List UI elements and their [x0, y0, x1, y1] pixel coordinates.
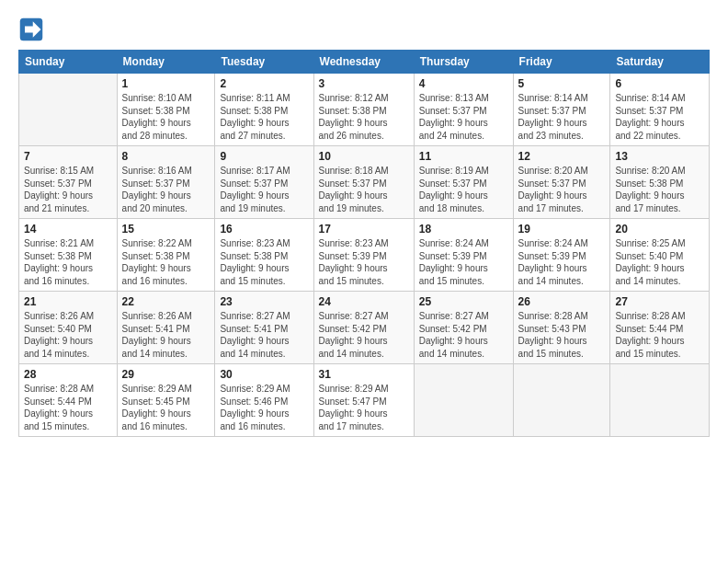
header-day-wednesday: Wednesday [313, 51, 414, 74]
week-row-0: 1 Sunrise: 8:10 AMSunset: 5:38 PMDayligh… [19, 74, 710, 146]
calendar-cell: 19 Sunrise: 8:24 AMSunset: 5:39 PMDaylig… [513, 219, 610, 292]
day-info: Sunrise: 8:12 AMSunset: 5:38 PMDaylight:… [319, 92, 409, 142]
day-number: 27 [615, 295, 704, 308]
day-number: 12 [518, 150, 606, 163]
calendar-cell: 8 Sunrise: 8:16 AMSunset: 5:37 PMDayligh… [117, 146, 215, 219]
week-row-2: 14 Sunrise: 8:21 AMSunset: 5:38 PMDaylig… [19, 219, 710, 292]
day-number: 22 [122, 295, 210, 308]
header [18, 17, 710, 42]
day-info: Sunrise: 8:14 AMSunset: 5:37 PMDaylight:… [518, 92, 606, 142]
calendar-cell: 16 Sunrise: 8:23 AMSunset: 5:38 PMDaylig… [215, 219, 313, 292]
day-info: Sunrise: 8:27 AMSunset: 5:41 PMDaylight:… [220, 310, 308, 360]
logo-icon [18, 17, 44, 42]
day-info: Sunrise: 8:20 AMSunset: 5:37 PMDaylight:… [518, 165, 606, 214]
calendar-cell: 24 Sunrise: 8:27 AMSunset: 5:42 PMDaylig… [313, 292, 414, 364]
day-number: 2 [220, 77, 308, 90]
calendar-cell: 31 Sunrise: 8:29 AMSunset: 5:47 PMDaylig… [313, 364, 414, 437]
day-info: Sunrise: 8:28 AMSunset: 5:44 PMDaylight:… [615, 310, 704, 360]
day-number: 24 [319, 295, 409, 308]
day-number: 26 [518, 295, 606, 308]
calendar-cell: 7 Sunrise: 8:15 AMSunset: 5:37 PMDayligh… [19, 146, 118, 219]
day-info: Sunrise: 8:26 AMSunset: 5:40 PMDaylight:… [24, 310, 112, 360]
calendar-cell: 18 Sunrise: 8:24 AMSunset: 5:39 PMDaylig… [414, 219, 513, 292]
day-info: Sunrise: 8:17 AMSunset: 5:37 PMDaylight:… [220, 165, 308, 214]
calendar-cell: 17 Sunrise: 8:23 AMSunset: 5:39 PMDaylig… [313, 219, 414, 292]
calendar-cell: 21 Sunrise: 8:26 AMSunset: 5:40 PMDaylig… [19, 292, 118, 364]
day-info: Sunrise: 8:18 AMSunset: 5:37 PMDaylight:… [319, 165, 409, 214]
day-number: 31 [319, 368, 409, 381]
day-info: Sunrise: 8:27 AMSunset: 5:42 PMDaylight:… [319, 310, 409, 360]
day-info: Sunrise: 8:28 AMSunset: 5:44 PMDaylight:… [24, 383, 112, 432]
calendar-cell: 26 Sunrise: 8:28 AMSunset: 5:43 PMDaylig… [513, 292, 610, 364]
day-number: 30 [220, 368, 308, 381]
day-number: 18 [419, 223, 508, 236]
calendar-cell: 9 Sunrise: 8:17 AMSunset: 5:37 PMDayligh… [215, 146, 313, 219]
day-info: Sunrise: 8:29 AMSunset: 5:46 PMDaylight:… [220, 383, 308, 432]
calendar-cell [19, 74, 118, 146]
day-number: 11 [419, 150, 508, 163]
calendar-cell: 10 Sunrise: 8:18 AMSunset: 5:37 PMDaylig… [313, 146, 414, 219]
day-number: 1 [122, 77, 210, 90]
week-row-4: 28 Sunrise: 8:28 AMSunset: 5:44 PMDaylig… [19, 364, 710, 437]
calendar-cell: 25 Sunrise: 8:27 AMSunset: 5:42 PMDaylig… [414, 292, 513, 364]
day-number: 29 [122, 368, 210, 381]
week-row-1: 7 Sunrise: 8:15 AMSunset: 5:37 PMDayligh… [19, 146, 710, 219]
header-day-monday: Monday [117, 51, 215, 74]
calendar-cell: 13 Sunrise: 8:20 AMSunset: 5:38 PMDaylig… [610, 146, 710, 219]
calendar-cell: 22 Sunrise: 8:26 AMSunset: 5:41 PMDaylig… [117, 292, 215, 364]
day-number: 23 [220, 295, 308, 308]
day-number: 3 [319, 77, 409, 90]
calendar-cell: 30 Sunrise: 8:29 AMSunset: 5:46 PMDaylig… [215, 364, 313, 437]
calendar-cell: 6 Sunrise: 8:14 AMSunset: 5:37 PMDayligh… [610, 74, 710, 146]
calendar-cell: 1 Sunrise: 8:10 AMSunset: 5:38 PMDayligh… [117, 74, 215, 146]
day-info: Sunrise: 8:14 AMSunset: 5:37 PMDaylight:… [615, 92, 704, 142]
page: SundayMondayTuesdayWednesdayThursdayFrid… [0, 0, 728, 563]
calendar-cell: 28 Sunrise: 8:28 AMSunset: 5:44 PMDaylig… [19, 364, 118, 437]
day-number: 25 [419, 295, 508, 308]
day-info: Sunrise: 8:26 AMSunset: 5:41 PMDaylight:… [122, 310, 210, 360]
calendar-cell: 12 Sunrise: 8:20 AMSunset: 5:37 PMDaylig… [513, 146, 610, 219]
header-day-sunday: Sunday [19, 51, 118, 74]
day-info: Sunrise: 8:23 AMSunset: 5:38 PMDaylight:… [220, 237, 308, 287]
calendar-cell: 3 Sunrise: 8:12 AMSunset: 5:38 PMDayligh… [313, 74, 414, 146]
day-info: Sunrise: 8:23 AMSunset: 5:39 PMDaylight:… [319, 237, 409, 287]
calendar-cell: 23 Sunrise: 8:27 AMSunset: 5:41 PMDaylig… [215, 292, 313, 364]
day-number: 6 [615, 77, 704, 90]
day-info: Sunrise: 8:24 AMSunset: 5:39 PMDaylight:… [419, 237, 508, 287]
day-number: 13 [615, 150, 704, 163]
day-info: Sunrise: 8:19 AMSunset: 5:37 PMDaylight:… [419, 165, 508, 214]
calendar-cell: 11 Sunrise: 8:19 AMSunset: 5:37 PMDaylig… [414, 146, 513, 219]
day-info: Sunrise: 8:29 AMSunset: 5:47 PMDaylight:… [319, 383, 409, 432]
calendar-header-row: SundayMondayTuesdayWednesdayThursdayFrid… [19, 51, 710, 74]
day-info: Sunrise: 8:15 AMSunset: 5:37 PMDaylight:… [24, 165, 112, 214]
calendar: SundayMondayTuesdayWednesdayThursdayFrid… [18, 50, 710, 437]
calendar-cell: 2 Sunrise: 8:11 AMSunset: 5:38 PMDayligh… [215, 74, 313, 146]
day-number: 19 [518, 223, 606, 236]
day-info: Sunrise: 8:10 AMSunset: 5:38 PMDaylight:… [122, 92, 210, 142]
day-number: 21 [24, 295, 112, 308]
day-number: 16 [220, 223, 308, 236]
calendar-cell: 20 Sunrise: 8:25 AMSunset: 5:40 PMDaylig… [610, 219, 710, 292]
day-number: 14 [24, 223, 112, 236]
day-number: 17 [319, 223, 409, 236]
calendar-cell: 14 Sunrise: 8:21 AMSunset: 5:38 PMDaylig… [19, 219, 118, 292]
day-number: 4 [419, 77, 508, 90]
calendar-cell: 15 Sunrise: 8:22 AMSunset: 5:38 PMDaylig… [117, 219, 215, 292]
calendar-cell [513, 364, 610, 437]
day-number: 9 [220, 150, 308, 163]
day-info: Sunrise: 8:25 AMSunset: 5:40 PMDaylight:… [615, 237, 704, 287]
header-day-friday: Friday [513, 51, 610, 74]
day-number: 8 [122, 150, 210, 163]
calendar-cell [610, 364, 710, 437]
day-info: Sunrise: 8:16 AMSunset: 5:37 PMDaylight:… [122, 165, 210, 214]
calendar-cell: 4 Sunrise: 8:13 AMSunset: 5:37 PMDayligh… [414, 74, 513, 146]
header-day-tuesday: Tuesday [215, 51, 313, 74]
header-day-thursday: Thursday [414, 51, 513, 74]
day-number: 10 [319, 150, 409, 163]
day-number: 20 [615, 223, 704, 236]
week-row-3: 21 Sunrise: 8:26 AMSunset: 5:40 PMDaylig… [19, 292, 710, 364]
day-number: 5 [518, 77, 606, 90]
logo [18, 17, 48, 42]
calendar-cell [414, 364, 513, 437]
day-info: Sunrise: 8:13 AMSunset: 5:37 PMDaylight:… [419, 92, 508, 142]
